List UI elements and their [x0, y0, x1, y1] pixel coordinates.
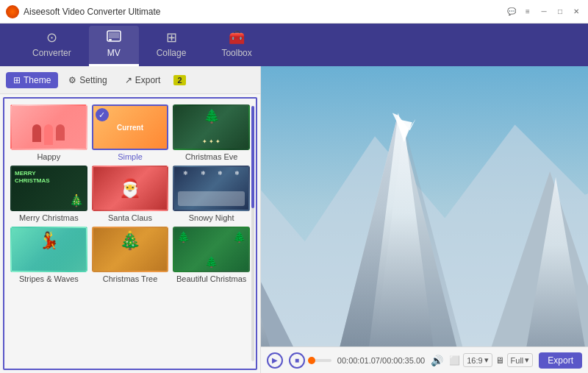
selected-check-icon: ✓ [96, 108, 109, 121]
theme-icon: ⊞ [13, 75, 21, 85]
collage-icon: ⊞ [166, 29, 177, 46]
window-controls: 💬 ≡ ─ □ ✕ [506, 6, 582, 18]
scroll-thumb [251, 106, 254, 208]
tab-toolbox-label: Toolbox [221, 48, 251, 58]
converter-icon: ⊙ [46, 29, 57, 46]
theme-item-simple[interactable]: Current ✓ Simple [92, 104, 169, 161]
time-total: 00:00:35.00 [382, 356, 425, 365]
tab-mv[interactable]: MV [89, 26, 139, 66]
theme-thumb-christmas-tree: 🎄 [92, 227, 169, 272]
svg-rect-1 [109, 39, 112, 40]
setting-icon: ⚙ [68, 75, 76, 85]
theme-item-santa-claus[interactable]: 🎅 Santa Claus [92, 166, 169, 222]
theme-thumb-stripes-waves: 💃 [10, 227, 87, 272]
app-title: Aiseesoft Video Converter Ultimate [24, 7, 506, 17]
theme-item-merry-christmas[interactable]: MERRYCHRISTMAS 🎄 Merry Christmas [10, 166, 87, 222]
tab-collage[interactable]: ⊞ Collage [139, 25, 204, 66]
theme-label-santa-claus: Santa Claus [108, 213, 152, 222]
theme-item-happy[interactable]: Happy [10, 104, 87, 161]
menu-icon[interactable]: ≡ [522, 6, 534, 18]
theme-grid: Happy Current ✓ Simple 🌲 ✦ [10, 104, 250, 283]
theme-thumb-santa-claus: 🎅 [92, 166, 169, 211]
theme-thumb-snowy-night: ❄ ❄ ❄ ❄ [173, 166, 250, 211]
theme-label-simple: Simple [118, 152, 143, 161]
theme-label-christmas-eve: Christmas Eve [185, 152, 238, 161]
title-bar: Aiseesoft Video Converter Ultimate 💬 ≡ ─… [0, 0, 588, 24]
nav-tabs: ⊙ Converter MV ⊞ Collage 🧰 Toolbox [0, 24, 588, 66]
fit-mode-dropdown[interactable]: Full ▾ [507, 353, 534, 367]
close-button[interactable]: ✕ [570, 6, 582, 18]
theme-grid-container: Happy Current ✓ Simple 🌲 ✦ [3, 97, 257, 370]
fit-mode-value: Full [511, 356, 524, 365]
progress-dot [308, 357, 315, 364]
app-logo [6, 5, 19, 18]
theme-thumb-beautiful-christmas: 🌲 🌲 🌲 [173, 227, 250, 272]
theme-label: Theme [24, 75, 51, 85]
maximize-button[interactable]: □ [554, 6, 566, 18]
tab-converter-label: Converter [32, 48, 71, 58]
theme-button[interactable]: ⊞ Theme [6, 72, 58, 88]
aspect-icon: ⬜ [449, 355, 460, 366]
theme-thumb-christmas-eve: 🌲 ✦ ✦ ✦ [173, 104, 250, 150]
theme-thumb-simple: Current ✓ [92, 104, 169, 150]
theme-item-stripes-waves[interactable]: 💃 Stripes & Waves [10, 227, 87, 283]
volume-icon[interactable]: 🔊 [431, 355, 443, 366]
tab-mv-label: MV [107, 48, 121, 58]
theme-label-merry-christmas: Merry Christmas [19, 213, 79, 222]
tab-converter[interactable]: ⊙ Converter [15, 25, 89, 66]
main-content: ⊞ Theme ⚙ Setting ↗ Export 2 [0, 66, 588, 373]
theme-label-snowy-night: Snowy Night [189, 213, 234, 222]
theme-item-beautiful-christmas[interactable]: 🌲 🌲 🌲 Beautiful Christmas [173, 227, 250, 283]
export-preview-button[interactable]: Export [539, 352, 582, 369]
export-label: Export [135, 75, 161, 85]
export-icon: ↗ [125, 75, 132, 85]
preview-area [261, 66, 588, 347]
aspect-ratio-dropdown[interactable]: 16:9 ▾ [463, 353, 492, 367]
scroll-indicator [251, 106, 254, 361]
tab-collage-label: Collage [157, 48, 187, 58]
export-button[interactable]: ↗ Export [118, 72, 168, 88]
theme-item-snowy-night[interactable]: ❄ ❄ ❄ ❄ Snowy Night [173, 166, 250, 222]
progress-bar[interactable] [311, 359, 331, 362]
theme-item-christmas-tree[interactable]: 🎄 Christmas Tree [92, 227, 169, 283]
theme-label-stripes-waves: Stripes & Waves [19, 274, 79, 283]
export-preview-label: Export [548, 355, 573, 366]
badge-count: 2 [173, 75, 185, 85]
toolbox-icon: 🧰 [229, 29, 245, 46]
left-toolbar: ⊞ Theme ⚙ Setting ↗ Export 2 [0, 66, 260, 94]
mv-icon [107, 30, 121, 46]
theme-label-christmas-tree: Christmas Tree [103, 274, 158, 283]
right-panel: ▶ ■ 00:00:01.07/00:00:35.00 🔊 ⬜ 16:9 ▾ 🖥… [261, 66, 588, 373]
player-controls: ▶ ■ 00:00:01.07/00:00:35.00 🔊 ⬜ 16:9 ▾ 🖥… [261, 347, 588, 373]
mountain-svg [261, 66, 588, 347]
chat-icon[interactable]: 💬 [506, 6, 517, 18]
fit-chevron-icon: ▾ [525, 355, 529, 365]
theme-label-happy: Happy [37, 152, 60, 161]
tab-toolbox[interactable]: 🧰 Toolbox [204, 25, 269, 66]
time-display: 00:00:01.07/00:00:35.00 [337, 356, 425, 365]
aspect-ratio-value: 16:9 [467, 356, 482, 365]
monitor-icon: 🖥 [495, 355, 504, 366]
aspect-chevron-icon: ▾ [484, 355, 489, 365]
setting-button[interactable]: ⚙ Setting [61, 72, 114, 88]
left-panel: ⊞ Theme ⚙ Setting ↗ Export 2 [0, 66, 261, 373]
stop-button[interactable]: ■ [289, 352, 305, 369]
play-button[interactable]: ▶ [267, 352, 283, 369]
aspect-control: ⬜ 16:9 ▾ 🖥 Full ▾ [449, 353, 533, 367]
setting-label: Setting [79, 75, 107, 85]
theme-item-christmas-eve[interactable]: 🌲 ✦ ✦ ✦ Christmas Eve [173, 104, 250, 161]
time-current: 00:00:01.07 [337, 356, 380, 365]
theme-label-beautiful-christmas: Beautiful Christmas [176, 274, 246, 283]
minimize-button[interactable]: ─ [538, 6, 550, 18]
theme-thumb-merry-christmas: MERRYCHRISTMAS 🎄 [10, 166, 87, 211]
theme-thumb-happy [10, 104, 87, 150]
